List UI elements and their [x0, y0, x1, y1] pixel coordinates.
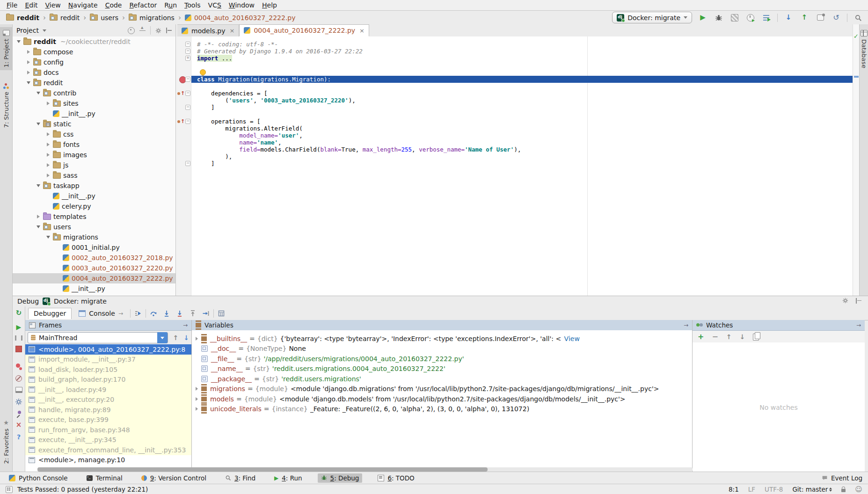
current-line-marker[interactable]	[854, 76, 859, 78]
tree-item[interactable]: 0001_initial.py	[13, 242, 175, 253]
view-breakpoints-icon[interactable]	[16, 363, 22, 370]
collapse-arrow-icon[interactable]	[36, 122, 41, 126]
expand-arrow-icon[interactable]	[196, 386, 201, 391]
menu-item-window[interactable]: Window	[225, 1, 258, 9]
git-branch-widget[interactable]: Git: master	[792, 486, 832, 493]
vcs-commit-button[interactable]: ↑	[799, 13, 810, 23]
code-line[interactable]	[191, 62, 853, 69]
expand-arrow-icon[interactable]	[196, 407, 201, 411]
stack-frame[interactable]: load_disk, loader.py:105	[25, 364, 191, 375]
collapse-arrow-icon[interactable]	[26, 80, 31, 85]
tree-item[interactable]: templates	[13, 211, 175, 222]
tree-item[interactable]: users	[13, 222, 175, 232]
menu-item-view[interactable]: View	[42, 1, 65, 9]
stack-frame[interactable]: execute, __init__.py:345	[25, 435, 191, 445]
expand-arrow-icon[interactable]	[46, 132, 51, 137]
breadcrumb-item[interactable]: users	[88, 14, 120, 22]
expand-arrow-icon[interactable]	[26, 60, 31, 65]
step-into-icon[interactable]	[161, 309, 172, 318]
status-message[interactable]: Tests Passed: 0 passed (yesterday 22:21)	[17, 486, 148, 493]
expand-arrow-icon[interactable]	[46, 142, 51, 147]
code-line[interactable]: class Migration(migrations.Migration):	[191, 76, 853, 83]
run-button[interactable]: ▶	[698, 13, 708, 23]
menu-item-code[interactable]: Code	[102, 1, 126, 9]
rerun-icon[interactable]: ↻	[16, 310, 22, 317]
line-ending-indicator[interactable]: LF	[748, 486, 755, 493]
gear-icon[interactable]	[155, 28, 161, 34]
variable-row[interactable]: __package__={str}'reddit.users.migration…	[192, 374, 692, 384]
code-line[interactable]: ]	[191, 104, 853, 111]
breadcrumb-item[interactable]: migrations	[127, 14, 176, 22]
tool-window-button-3-find[interactable]: 3: Find	[222, 473, 259, 483]
code-line[interactable]: ('users', '0003_auto_20160327_2220'),	[191, 97, 853, 104]
search-everywhere-button[interactable]	[853, 13, 863, 23]
step-over-icon[interactable]	[148, 309, 159, 318]
collapse-arrow-icon[interactable]	[36, 225, 41, 229]
variable-row[interactable]: __file__={str}'/app/reddit/users/migrati…	[192, 354, 692, 364]
mute-breakpoints-icon[interactable]	[15, 375, 22, 382]
tree-item[interactable]: migrations	[13, 232, 175, 242]
debug-tab-debugger[interactable]: Debugger	[28, 308, 72, 319]
stack-frame[interactable]: handle, migrate.py:89	[25, 405, 191, 415]
stack-frame[interactable]: build_graph, loader.py:170	[25, 375, 191, 385]
pause-icon[interactable]	[15, 335, 22, 341]
breadcrumb-item[interactable]: 0004_auto_20160327_2222.py	[183, 14, 297, 22]
tree-item[interactable]: config	[13, 57, 175, 67]
variable-row[interactable]: migrations={module}<module 'django.db.mi…	[192, 384, 692, 394]
panel-options-icon[interactable]: →	[684, 322, 688, 328]
expand-arrow-icon[interactable]	[26, 50, 31, 54]
inspection-profile-icon[interactable]: ☺	[855, 486, 862, 493]
tree-item[interactable]: 0002_auto_20160327_2018.py	[13, 253, 175, 263]
code-line[interactable]: ),	[191, 153, 853, 160]
show-execution-point-icon[interactable]	[132, 309, 144, 318]
move-up-icon[interactable]: ↑	[726, 333, 732, 341]
debug-button[interactable]	[714, 13, 724, 23]
stack-frame[interactable]: run_from_argv, base.py:348	[25, 425, 191, 435]
code-line[interactable]: # Generated by Django 1.9.4 on 2016-03-2…	[191, 48, 853, 55]
caret-position[interactable]: 8:1	[729, 486, 739, 493]
code-line[interactable]: name='name',	[191, 139, 853, 146]
tree-item[interactable]: __init__.py	[13, 283, 175, 294]
variable-row[interactable]: __name__={str}'reddit.users.migrations.0…	[192, 364, 692, 374]
tool-strip-tab-7-structure[interactable]: 7: Structure	[0, 80, 12, 131]
encoding-indicator[interactable]: UTF-8	[765, 486, 783, 493]
run-config-selector[interactable]: Docker: migrate	[612, 12, 692, 23]
expand-arrow-icon[interactable]	[46, 173, 51, 178]
menu-item-help[interactable]: Help	[258, 1, 281, 9]
thread-selector[interactable]: MainThread	[28, 332, 168, 343]
hide-panel-icon[interactable]	[856, 298, 861, 304]
vcs-update-button[interactable]: ↓	[783, 13, 794, 23]
code-line[interactable]	[191, 111, 853, 118]
tool-strip-tab-1-project[interactable]: 1: Project	[0, 27, 12, 70]
run-configurations-button[interactable]	[761, 13, 772, 23]
variable-row[interactable]: __builtins__={dict}{'bytearray': <type '…	[192, 334, 692, 344]
code-line[interactable]: model_name='user',	[191, 132, 853, 139]
close-icon[interactable]: ×	[16, 421, 22, 429]
tree-item[interactable]: css	[13, 129, 175, 139]
code-pane[interactable]: −−+−↑−−↑−− # -*- coding: utf-8 -*-# Gene…	[176, 36, 853, 296]
expand-arrow-icon[interactable]	[46, 153, 51, 157]
close-tab-icon[interactable]: ×	[359, 27, 365, 34]
tree-item[interactable]: 0004_auto_20160327_2222.py	[13, 273, 175, 283]
code-line[interactable]: migrations.AlterField(	[191, 125, 853, 132]
tool-window-button-python-console[interactable]: Python Console	[6, 473, 71, 483]
tree-item[interactable]: reddit	[13, 78, 175, 88]
stack-frame[interactable]: <module>, 0004_auto_20160327_2222.py:8	[25, 344, 191, 355]
code-line[interactable]: operations = [	[191, 118, 853, 125]
step-out-icon[interactable]	[187, 309, 198, 318]
evaluate-expression-icon[interactable]	[216, 309, 227, 318]
stack-frame[interactable]: <module>, manage.py:10	[25, 455, 191, 465]
collapse-arrow-icon[interactable]	[36, 183, 41, 188]
variable-row[interactable]: models={module}<module 'django.db.models…	[192, 394, 692, 404]
collapse-all-icon[interactable]	[139, 28, 146, 34]
tree-item[interactable]: js	[13, 160, 175, 170]
expand-arrow-icon[interactable]	[196, 336, 201, 341]
tree-item[interactable]: 0003_auto_20160327_2220.py	[13, 263, 175, 273]
view-value-link[interactable]: View	[564, 335, 580, 342]
profiler-button[interactable]	[745, 13, 756, 23]
stop-icon[interactable]	[15, 346, 22, 352]
editor-tab[interactable]: models.py×	[177, 24, 239, 36]
close-tab-icon[interactable]: ×	[230, 27, 235, 34]
menu-item-refactor[interactable]: Refactor	[125, 1, 160, 9]
stack-frame[interactable]: execute, base.py:399	[25, 415, 191, 425]
